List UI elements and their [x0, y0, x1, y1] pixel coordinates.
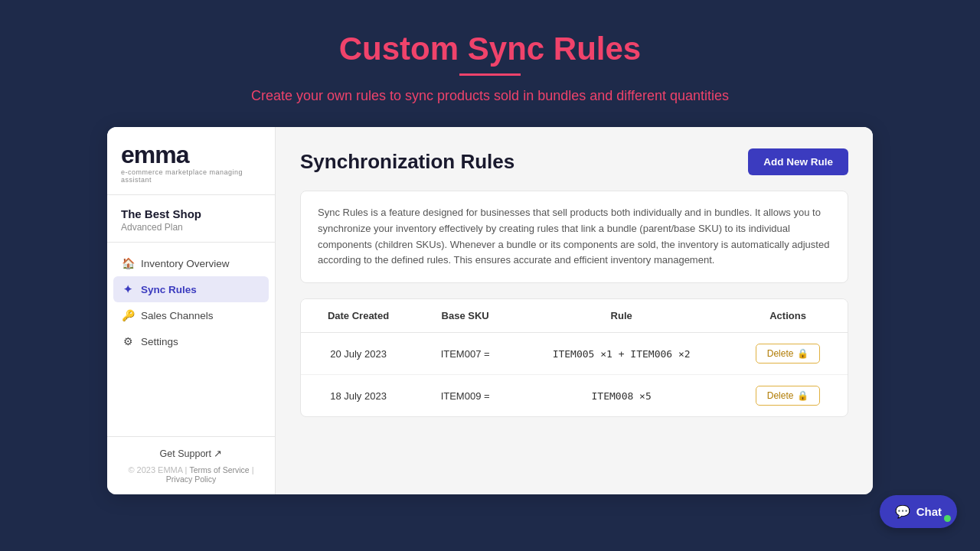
delete-label: Delete	[767, 390, 794, 401]
home-icon: 🏠	[121, 257, 135, 269]
key-icon: 🔑	[121, 309, 135, 321]
sidebar-item-sales-channels[interactable]: 🔑 Sales Channels	[107, 302, 275, 328]
shop-plan: Advanced Plan	[121, 222, 261, 233]
main-title: Synchronization Rules	[300, 150, 514, 174]
chat-label: Chat	[916, 505, 942, 518]
delete-label: Delete	[767, 348, 794, 359]
sidebar: emma e-commerce marketplace managing ass…	[107, 127, 276, 494]
sidebar-item-label: Sync Rules	[141, 284, 197, 295]
gear-icon: ⚙	[121, 335, 135, 347]
footer-links: © 2023 EMMA | Terms of Service | Privacy…	[121, 465, 261, 484]
description-box: Sync Rules is a feature designed for bus…	[300, 191, 848, 283]
chat-online-dot	[944, 515, 951, 522]
row2-date: 18 July 2023	[301, 375, 416, 417]
row2-base-sku: ITEM009 =	[416, 375, 514, 417]
sync-icon: ✦	[121, 283, 135, 295]
sidebar-item-settings[interactable]: ⚙ Settings	[107, 328, 275, 354]
sidebar-item-label: Settings	[141, 336, 178, 347]
sidebar-item-label: Sales Channels	[141, 310, 214, 321]
delete-row2-button[interactable]: Delete 🔒	[756, 386, 821, 406]
shop-name: The Best Shop	[121, 207, 261, 220]
copyright: © 2023 EMMA	[128, 465, 182, 474]
table-body: 20 July 2023 ITEM007 = ITEM005 ×1 + ITEM…	[301, 333, 848, 417]
col-actions: Actions	[728, 299, 848, 333]
sync-rules-table: Date Created Base SKU Rule Actions 20 Ju…	[301, 299, 848, 416]
chat-bubble-icon: 💬	[895, 504, 910, 519]
row2-rule: ITEM008 ×5	[514, 375, 728, 417]
row1-actions: Delete 🔒	[728, 333, 848, 375]
sidebar-item-label: Inventory Overview	[141, 258, 230, 269]
delete-row1-button[interactable]: Delete 🔒	[756, 344, 821, 364]
table-header: Date Created Base SKU Rule Actions	[301, 299, 848, 333]
sidebar-footer: Get Support ↗ © 2023 EMMA | Terms of Ser…	[107, 436, 275, 494]
lock-icon: 🔒	[797, 390, 808, 401]
sidebar-item-inventory-overview[interactable]: 🏠 Inventory Overview	[107, 250, 275, 276]
app-container: emma e-commerce marketplace managing ass…	[107, 127, 873, 494]
lock-icon: 🔒	[797, 348, 808, 359]
add-new-rule-button[interactable]: Add New Rule	[748, 148, 848, 175]
sidebar-logo: emma e-commerce marketplace managing ass…	[107, 127, 275, 195]
get-support-link[interactable]: Get Support ↗	[121, 448, 261, 459]
col-date: Date Created	[301, 299, 416, 333]
main-header: Synchronization Rules Add New Rule	[300, 148, 848, 175]
separator2: |	[252, 465, 254, 474]
terms-link[interactable]: Terms of Service	[189, 465, 249, 474]
description-text: Sync Rules is a feature designed for bus…	[318, 205, 831, 269]
page-subtitle: Create your own rules to sync products s…	[251, 88, 729, 104]
col-rule: Rule	[514, 299, 728, 333]
sidebar-item-sync-rules[interactable]: ✦ Sync Rules	[113, 276, 269, 302]
logo-text: emma	[121, 142, 261, 167]
main-content: Synchronization Rules Add New Rule Sync …	[276, 127, 873, 494]
header-row: Date Created Base SKU Rule Actions	[301, 299, 848, 333]
page-title: Custom Sync Rules	[251, 31, 729, 67]
table-row: 20 July 2023 ITEM007 = ITEM005 ×1 + ITEM…	[301, 333, 848, 375]
rules-table: Date Created Base SKU Rule Actions 20 Ju…	[300, 298, 848, 417]
row2-actions: Delete 🔒	[728, 375, 848, 417]
chat-button[interactable]: 💬 Chat	[880, 495, 957, 528]
sidebar-shop: The Best Shop Advanced Plan	[107, 195, 275, 243]
row1-date: 20 July 2023	[301, 333, 416, 375]
page-header: Custom Sync Rules Create your own rules …	[251, 31, 729, 104]
table-row: 18 July 2023 ITEM009 = ITEM008 ×5 Delete…	[301, 375, 848, 417]
sidebar-nav: 🏠 Inventory Overview ✦ Sync Rules 🔑 Sale…	[107, 243, 275, 436]
logo-tagline: e-commerce marketplace managing assistan…	[121, 168, 261, 184]
row1-rule: ITEM005 ×1 + ITEM006 ×2	[514, 333, 728, 375]
row1-base-sku: ITEM007 =	[416, 333, 514, 375]
privacy-link[interactable]: Privacy Policy	[166, 474, 216, 484]
title-underline	[459, 73, 521, 76]
col-base-sku: Base SKU	[416, 299, 514, 333]
